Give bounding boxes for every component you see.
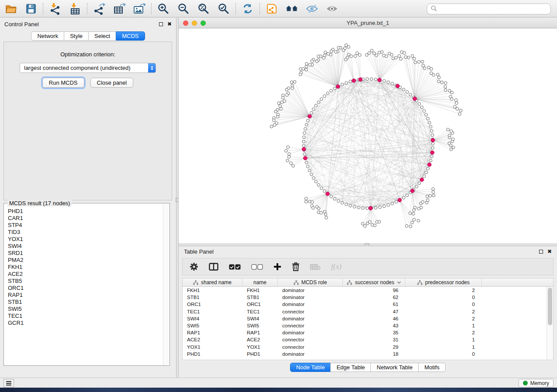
- column-header-shared-name[interactable]: shared name: [183, 279, 242, 286]
- tab-mcds[interactable]: MCDS: [116, 31, 145, 41]
- tab-style[interactable]: Style: [64, 31, 89, 41]
- zoom-out-icon[interactable]: [177, 2, 190, 15]
- memory-label: Memory: [530, 380, 549, 386]
- float-panel-icon[interactable]: [159, 22, 163, 26]
- refresh-view-icon[interactable]: [241, 2, 254, 15]
- column-header-MCDS-role[interactable]: MCDS role: [278, 279, 343, 286]
- tab-network[interactable]: Network: [31, 31, 64, 41]
- zoom-fit-icon[interactable]: [197, 2, 210, 15]
- table-row[interactable]: RAP1RAP1dominator352: [183, 329, 547, 336]
- table-toolbar: f(x): [182, 258, 554, 275]
- export-table-icon[interactable]: [113, 2, 126, 15]
- float-panel-icon[interactable]: [539, 250, 543, 254]
- result-list-scrollbar[interactable]: [163, 203, 170, 365]
- table-row[interactable]: ORC1ORC1dominator610: [183, 301, 547, 308]
- mcds-result-item[interactable]: ACE2: [8, 271, 163, 278]
- table-row[interactable]: PHD1PHD1dominator180: [183, 351, 547, 358]
- mcds-result-item[interactable]: PHD1: [8, 208, 163, 215]
- mcds-result-item[interactable]: ORC1: [8, 285, 163, 292]
- mcds-result-item[interactable]: TEC1: [8, 313, 163, 320]
- table-cell: 0: [405, 302, 482, 307]
- search-input[interactable]: [439, 6, 547, 12]
- mcds-result-item[interactable]: FKH1: [8, 264, 163, 271]
- zoom-selected-icon[interactable]: [217, 2, 230, 15]
- table-cell: 47: [343, 309, 405, 314]
- mcds-result-list: PHD1CAR1STP4TID3YOX1SWI4SRD1PMA2FKH1ACE2…: [4, 206, 163, 365]
- mcds-result-item[interactable]: RAP1: [8, 292, 163, 299]
- network-graph[interactable]: [179, 28, 557, 244]
- import-table-icon[interactable]: [69, 2, 82, 15]
- mcds-result-item[interactable]: TID3: [8, 229, 163, 236]
- close-panel-icon[interactable]: ✖: [547, 249, 552, 254]
- table-cell: TEC1: [183, 309, 242, 314]
- optimization-criterion-select[interactable]: largest connected component (undirected): [20, 63, 156, 73]
- table-cell: connector: [278, 337, 343, 342]
- network-window-title: YPA_prune.txt_1: [179, 20, 557, 26]
- table-row[interactable]: FKH1FKH1dominator962: [183, 287, 547, 294]
- column-header-predecessor-nodes[interactable]: predecessor nodes: [405, 279, 482, 286]
- table-row[interactable]: SWI4SWI4dominator462: [183, 315, 547, 322]
- open-file-icon[interactable]: [4, 2, 17, 15]
- network-canvas[interactable]: [179, 28, 557, 244]
- zoom-in-icon[interactable]: [157, 2, 170, 15]
- control-panel-tabs: NetworkStyleSelectMCDS: [0, 31, 176, 41]
- mcds-result-item[interactable]: STP4: [8, 222, 163, 229]
- run-mcds-button[interactable]: Run MCDS: [42, 78, 84, 88]
- mcds-result-item[interactable]: STB5: [8, 278, 163, 285]
- export-image-icon[interactable]: [133, 2, 146, 15]
- table-panel-title: Table Panel: [184, 248, 214, 255]
- save-session-icon[interactable]: [24, 2, 38, 15]
- column-header-name[interactable]: name: [242, 279, 278, 286]
- tab-network-table[interactable]: Network Table: [370, 363, 419, 372]
- network-window-titlebar[interactable]: YPA_prune.txt_1: [179, 18, 557, 28]
- hide-selected-icon[interactable]: [305, 2, 318, 15]
- table-panel: Table Panel ✖: [179, 246, 557, 378]
- toolbar-separator: [259, 3, 260, 14]
- mcds-result-item[interactable]: SWI4: [8, 243, 163, 250]
- mcds-result-item[interactable]: SWI5: [8, 306, 163, 313]
- memory-status-icon: [523, 381, 528, 385]
- toolbar-separator: [43, 3, 43, 14]
- mcds-result-item[interactable]: GCR1: [8, 320, 163, 327]
- table-row[interactable]: SWI5SWI5connector431: [183, 322, 547, 329]
- mcds-result-item[interactable]: YOX1: [8, 236, 163, 243]
- toolbar-separator: [235, 3, 236, 14]
- first-neighbors-icon[interactable]: [285, 2, 298, 15]
- deselect-all-checkboxes-icon[interactable]: [251, 261, 263, 272]
- tab-select[interactable]: Select: [88, 31, 116, 41]
- close-panel-button[interactable]: Close panel: [90, 78, 134, 88]
- table-row[interactable]: TEC1TEC1connector472: [183, 308, 547, 315]
- tab-node-table[interactable]: Node Table: [290, 363, 331, 372]
- table-row[interactable]: STB1STB1dominator620: [183, 294, 547, 301]
- table-cell: 2: [405, 309, 482, 314]
- network-view-window: YPA_prune.txt_1: [179, 18, 557, 244]
- mcds-result-item[interactable]: CAR1: [8, 215, 163, 222]
- table-cell: 96: [343, 288, 405, 293]
- memory-button[interactable]: Memory: [519, 379, 554, 387]
- table-row[interactable]: ACE2ACE2connector311: [183, 336, 547, 343]
- tab-edge-table[interactable]: Edge Table: [330, 363, 371, 372]
- column-header-successor-nodes[interactable]: successor nodes: [343, 279, 405, 286]
- search-field[interactable]: [427, 3, 551, 14]
- mcds-result-item[interactable]: STB1: [8, 299, 163, 306]
- table-options-gear-icon[interactable]: [190, 261, 198, 272]
- import-network-icon[interactable]: [48, 2, 62, 15]
- table-scrollbar[interactable]: [547, 287, 553, 360]
- export-network-icon[interactable]: [93, 2, 106, 15]
- duplicate-network-icon[interactable]: [265, 2, 278, 15]
- table-cell: connector: [278, 344, 343, 350]
- show-all-icon[interactable]: [325, 2, 339, 15]
- task-history-button[interactable]: [3, 379, 14, 387]
- mcds-result-item[interactable]: SRD1: [8, 250, 163, 257]
- mcds-result-item[interactable]: PMA2: [8, 257, 163, 264]
- add-column-icon[interactable]: [273, 261, 281, 272]
- table-cell: PHD1: [183, 351, 242, 357]
- tab-motifs[interactable]: Motifs: [418, 363, 446, 372]
- scrollbar-thumb[interactable]: [548, 288, 552, 325]
- table-row[interactable]: YOX1YOX1connector291: [183, 344, 547, 351]
- show-columns-icon[interactable]: [209, 261, 218, 272]
- delete-column-icon[interactable]: [292, 261, 300, 272]
- close-panel-icon[interactable]: ✖: [167, 21, 172, 27]
- search-icon: [431, 5, 437, 13]
- select-all-checkboxes-icon[interactable]: [229, 261, 241, 272]
